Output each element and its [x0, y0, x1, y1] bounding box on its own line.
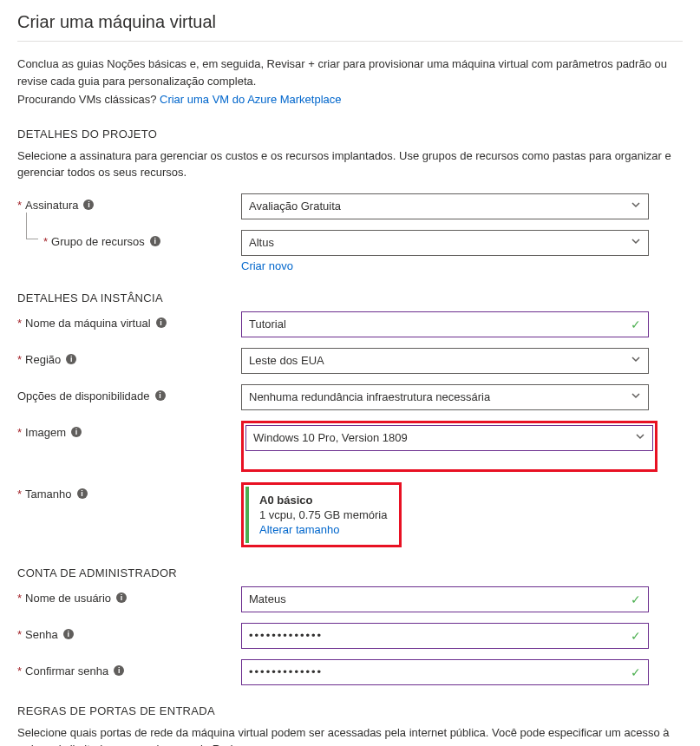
- image-value: Windows 10 Pro, Version 1809: [253, 431, 408, 444]
- info-icon[interactable]: i: [63, 629, 74, 639]
- availability-label: Opções de disponibilidade i: [17, 384, 241, 402]
- check-icon: ✓: [631, 665, 641, 679]
- resource-group-select[interactable]: Altus: [241, 230, 649, 256]
- availability-value: Nenhuma redundância infraestrutura neces…: [249, 390, 490, 403]
- size-label: *Tamanho i: [17, 482, 241, 501]
- subscription-label: *Assinatura i: [17, 193, 241, 212]
- info-icon[interactable]: i: [71, 427, 82, 437]
- image-label-text: Imagem: [25, 426, 66, 439]
- size-label-text: Tamanho: [25, 488, 71, 501]
- size-card: A0 básico 1 vcpu, 0.75 GB memória Altera…: [245, 487, 397, 543]
- username-label: *Nome de usuário i: [17, 586, 241, 605]
- region-label: *Região i: [17, 348, 241, 366]
- vm-name-label-text: Nome da máquina virtual: [25, 317, 151, 330]
- info-icon[interactable]: i: [66, 354, 76, 364]
- size-highlight: A0 básico 1 vcpu, 0.75 GB memória Altera…: [241, 482, 402, 547]
- intro-text-1: Conclua as guias Noções básicas e, em se…: [17, 56, 683, 89]
- confirm-password-label: *Confirmar senha i: [17, 659, 241, 677]
- region-value: Leste dos EUA: [249, 354, 324, 367]
- username-value: Mateus: [249, 592, 286, 605]
- region-select[interactable]: Leste dos EUA: [241, 348, 649, 374]
- section-ports-title: REGRAS DE PORTAS DE ENTRADA: [17, 704, 683, 717]
- section-ports-desc: Selecione quais portas de rede da máquin…: [17, 724, 683, 747]
- vm-name-value: Tutorial: [249, 317, 286, 330]
- confirm-password-input[interactable]: ••••••••••••• ✓: [241, 659, 649, 685]
- info-icon[interactable]: i: [156, 317, 167, 328]
- chevron-down-icon: [631, 390, 641, 403]
- subscription-label-text: Assinatura: [25, 199, 78, 212]
- marketplace-link[interactable]: Criar uma VM do Azure Marketplace: [160, 93, 342, 106]
- info-icon[interactable]: i: [83, 200, 94, 210]
- section-project-desc: Selecione a assinatura para gerenciar os…: [17, 147, 683, 181]
- chevron-down-icon: [631, 200, 641, 213]
- section-admin-title: CONTA DE ADMINISTRADOR: [17, 566, 683, 579]
- password-label-text: Senha: [25, 628, 58, 641]
- vm-name-input[interactable]: Tutorial ✓: [241, 311, 649, 337]
- resource-group-label: *Grupo de recursos i: [17, 230, 241, 248]
- info-icon[interactable]: i: [150, 236, 160, 246]
- page-title: Criar uma máquina virtual: [17, 0, 683, 42]
- create-new-link[interactable]: Criar novo: [241, 259, 293, 272]
- check-icon: ✓: [631, 317, 641, 331]
- check-icon: ✓: [631, 629, 641, 643]
- chevron-down-icon: [635, 431, 645, 444]
- username-input[interactable]: Mateus ✓: [241, 586, 649, 612]
- size-spec: 1 vcpu, 0.75 GB memória: [259, 508, 387, 521]
- image-select[interactable]: Windows 10 Pro, Version 1809: [245, 425, 653, 451]
- subscription-value: Avaliação Gratuita: [249, 200, 341, 213]
- image-highlight: Windows 10 Pro, Version 1809 Procurar to…: [241, 421, 657, 472]
- size-name: A0 básico: [259, 494, 387, 507]
- intro-classic-label: Procurando VMs clássicas?: [17, 93, 160, 106]
- password-value: •••••••••••••: [249, 629, 323, 642]
- section-instance-title: DETALHES DA INSTÂNCIA: [17, 291, 683, 304]
- intro-text-2: Procurando VMs clássicas? Criar uma VM d…: [17, 91, 683, 108]
- availability-label-text: Opções de disponibilidade: [17, 389, 150, 402]
- confirm-password-value: •••••••••••••: [249, 665, 323, 678]
- section-project-title: DETALHES DO PROJETO: [17, 128, 683, 141]
- chevron-down-icon: [631, 236, 641, 249]
- password-label: *Senha i: [17, 623, 241, 641]
- username-label-text: Nome de usuário: [25, 592, 111, 605]
- resource-group-value: Altus: [249, 236, 274, 249]
- image-label: *Imagem i: [17, 421, 241, 439]
- vm-name-label: *Nome da máquina virtual i: [17, 311, 241, 330]
- change-size-link[interactable]: Alterar tamanho: [259, 523, 340, 536]
- check-icon: ✓: [631, 592, 641, 606]
- chevron-down-icon: [631, 354, 641, 367]
- subscription-select[interactable]: Avaliação Gratuita: [241, 193, 649, 219]
- availability-select[interactable]: Nenhuma redundância infraestrutura neces…: [241, 384, 649, 410]
- region-label-text: Região: [25, 353, 61, 366]
- password-input[interactable]: ••••••••••••• ✓: [241, 623, 649, 649]
- info-icon[interactable]: i: [116, 592, 127, 603]
- info-icon[interactable]: i: [114, 665, 124, 676]
- info-icon[interactable]: i: [77, 488, 88, 499]
- resource-group-label-text: Grupo de recursos: [51, 235, 145, 248]
- confirm-password-label-text: Confirmar senha: [25, 664, 108, 677]
- info-icon[interactable]: i: [155, 390, 166, 401]
